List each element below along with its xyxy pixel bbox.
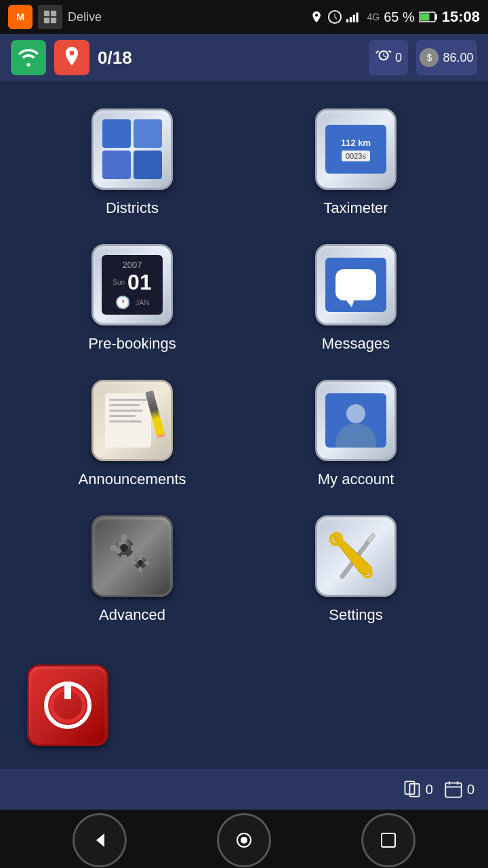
svg-rect-14	[121, 555, 127, 561]
alarm-button[interactable]: 0	[369, 40, 408, 75]
note-line-3	[109, 410, 143, 412]
cal-icon	[444, 780, 463, 799]
note-display	[105, 391, 159, 450]
note-line-2	[109, 404, 140, 406]
back-button[interactable]	[73, 813, 127, 867]
messages-label: Messages	[322, 335, 390, 353]
cal-day: Sun	[113, 279, 125, 286]
app-item-messages[interactable]: Messages	[244, 231, 468, 366]
app-item-announcements[interactable]: Announcements	[20, 366, 244, 502]
balance-label: 86.00	[443, 51, 473, 65]
account-display	[325, 393, 386, 448]
wifi-button[interactable]	[11, 40, 46, 75]
svg-rect-1	[51, 11, 56, 16]
location-button[interactable]	[54, 40, 89, 75]
settings-icon	[315, 515, 396, 597]
time-label: 15:08	[442, 8, 480, 26]
advanced-label: Advanced	[99, 606, 165, 624]
districts-grid	[102, 119, 162, 179]
svg-rect-5	[350, 17, 352, 22]
back-icon	[89, 830, 110, 850]
svg-rect-4	[346, 19, 348, 22]
myaccount-icon	[315, 380, 396, 461]
cal-date: 01	[127, 270, 152, 295]
app-bar: 0/18 0 $ 86.00	[0, 34, 488, 81]
person-body	[336, 423, 376, 448]
taximeter-display: 112 km 0023s	[325, 125, 386, 174]
messages-icon	[315, 244, 396, 326]
taximeter-label: Taximeter	[323, 199, 388, 217]
recent-icon	[380, 831, 397, 849]
svg-rect-31	[445, 783, 461, 797]
svg-rect-9	[435, 14, 437, 20]
app-item-logout[interactable]	[20, 651, 115, 769]
svg-rect-3	[51, 18, 56, 23]
bottom-bar: 0 0	[0, 769, 488, 810]
app-grid: Districts 112 km 0023s Taximeter 2007 Su…	[0, 81, 488, 651]
taximeter-code: 0023s	[342, 151, 370, 161]
svg-rect-23	[131, 561, 136, 565]
home-button[interactable]	[217, 813, 271, 867]
svg-rect-22	[139, 567, 142, 572]
cal-month: JAN	[136, 298, 150, 307]
svg-rect-10	[420, 14, 429, 21]
advanced-icon	[92, 515, 173, 597]
note-line-4	[109, 415, 136, 417]
announcements-icon	[92, 380, 173, 461]
signal-icon	[346, 10, 363, 24]
app-item-districts[interactable]: Districts	[20, 95, 244, 231]
cal-day-row: Sun 01	[113, 270, 151, 295]
svg-rect-7	[357, 13, 359, 22]
location-pin-icon	[62, 47, 81, 68]
note-line-1	[109, 399, 147, 401]
status-left: M Delive	[8, 5, 102, 29]
home-icon	[234, 830, 254, 850]
cal-clock-icon: 🕐	[115, 295, 130, 310]
tools-svg	[325, 526, 386, 587]
app-item-advanced[interactable]: Advanced	[20, 502, 244, 637]
person-shape	[336, 404, 376, 448]
taximeter-km: 112 km	[341, 138, 371, 148]
svg-marker-35	[96, 833, 104, 847]
app-item-myaccount[interactable]: My account	[244, 366, 468, 502]
svg-rect-38	[382, 833, 395, 847]
districts-icon	[92, 108, 173, 190]
gallery-icon	[38, 5, 62, 29]
app-item-taximeter[interactable]: 112 km 0023s Taximeter	[244, 95, 468, 231]
svg-rect-0	[44, 11, 49, 16]
location-icon	[310, 10, 323, 24]
power-button-inner	[49, 687, 86, 724]
balance-button[interactable]: $ 86.00	[416, 40, 477, 75]
cal-count: 0	[467, 782, 474, 797]
districts-label: Districts	[106, 199, 159, 217]
svg-rect-21	[139, 554, 142, 559]
power-button-shape	[44, 682, 92, 729]
gear-container	[102, 526, 163, 587]
mi-icon: M	[8, 5, 33, 29]
svg-rect-16	[131, 545, 138, 551]
svg-rect-13	[121, 534, 127, 541]
taximeter-icon: 112 km 0023s	[315, 108, 396, 190]
calendar-display: 2007 Sun 01 🕐 JAN	[102, 255, 163, 315]
app-item-settings[interactable]: Settings	[244, 502, 468, 637]
alarm-icon	[375, 49, 392, 66]
coin-icon: $	[420, 48, 439, 67]
prebookings-icon: 2007 Sun 01 🕐 JAN	[92, 244, 173, 326]
nav-bar	[0, 810, 488, 868]
alarm-status-icon	[327, 9, 342, 24]
app-item-prebookings[interactable]: 2007 Sun 01 🕐 JAN Pre-bookings	[20, 231, 244, 366]
settings-label: Settings	[329, 606, 383, 624]
gear-svg	[105, 529, 159, 583]
doc-count: 0	[426, 782, 433, 797]
battery-icon	[419, 11, 438, 23]
announcements-label: Announcements	[79, 471, 186, 488]
app-name-label: Delive	[68, 10, 102, 24]
recent-button[interactable]	[361, 813, 415, 867]
status-bar: M Delive 4G 65 % 15:08	[0, 0, 488, 34]
cal-year: 2007	[123, 260, 142, 270]
speech-bubble	[336, 269, 376, 300]
status-right: 4G 65 % 15:08	[310, 8, 480, 26]
prebookings-label: Pre-bookings	[88, 335, 176, 353]
trip-counter: 0/18	[98, 47, 132, 68]
person-head	[346, 404, 365, 423]
